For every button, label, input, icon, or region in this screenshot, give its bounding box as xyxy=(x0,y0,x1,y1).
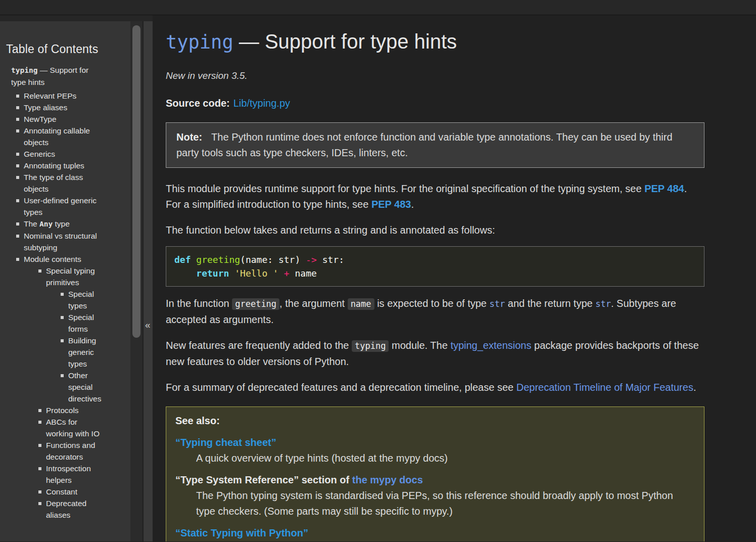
toc-root-link[interactable]: typing — Support for type hints xyxy=(11,66,88,86)
toc-link-generics[interactable]: Generics xyxy=(24,150,55,158)
sidebar-scrollbar-track[interactable] xyxy=(130,21,143,541)
toc-link-other-special-directives[interactable]: Other special directives xyxy=(68,371,101,403)
source-code-link[interactable]: Lib/typing.py xyxy=(233,98,290,109)
str-type-link[interactable]: str xyxy=(490,299,505,309)
toc-link-nominal-vs-structural[interactable]: Nominal vs structural subtyping xyxy=(24,232,97,252)
toc-link-abcs-for-io[interactable]: ABCs for working with IO xyxy=(46,418,100,438)
toc-link-annotating-tuples[interactable]: Annotating tuples xyxy=(24,161,84,170)
toc-item-module-contents: Module contents Special typing primitive… xyxy=(15,253,101,521)
toc-item-protocols: Protocols xyxy=(37,404,103,416)
paragraph-text: and the return type xyxy=(505,298,595,309)
see-also-entry-cheat-sheet: “Typing cheat sheet” xyxy=(175,435,695,450)
mypy-docs-link[interactable]: the mypy docs xyxy=(352,474,423,485)
toc-link-module-contents[interactable]: Module contents xyxy=(24,255,81,263)
toc-link-building-generic-types[interactable]: Building generic types xyxy=(68,336,96,368)
code-example-greeting: def greeting(name: str) -> str: return '… xyxy=(166,246,704,287)
code-token: return xyxy=(196,268,229,279)
see-also-entry-type-system-reference: “Type System Reference” section of the m… xyxy=(175,472,695,488)
collapse-sidebar-button[interactable]: « xyxy=(145,320,151,331)
str-type-link[interactable]: str xyxy=(595,299,611,309)
toc-item-user-defined-generic-types: User-defined generic types xyxy=(15,195,101,218)
toc-link-newtype[interactable]: NewType xyxy=(24,115,57,123)
toc-link-deprecated-aliases[interactable]: Deprecated aliases xyxy=(46,499,86,519)
toc-level3-list: Special types Special forms Building gen… xyxy=(60,288,103,404)
code-token xyxy=(278,268,284,279)
window-top-bar xyxy=(0,0,756,15)
page-title-rest: — Support for type hints xyxy=(233,30,457,53)
toc-item-annotating-tuples: Annotating tuples xyxy=(15,160,101,171)
deprecation-timeline-link[interactable]: Deprecation Timeline of Major Features xyxy=(516,382,693,393)
toc-any-code: Any xyxy=(39,220,53,228)
see-also-label: See also: xyxy=(175,413,695,429)
code-token: -> xyxy=(306,254,317,265)
code-token: greeting xyxy=(196,254,240,265)
static-typing-with-python-link[interactable]: “Static Typing with Python” xyxy=(175,527,308,538)
see-also-entry-text: “Type System Reference” section of xyxy=(175,474,352,485)
toc-link-introspection-helpers[interactable]: Introspection helpers xyxy=(46,464,91,484)
toc-link-user-defined-generic-types[interactable]: User-defined generic types xyxy=(24,196,97,216)
pep-483-link[interactable]: PEP 483 xyxy=(371,199,411,210)
toc-any-suffix: type xyxy=(53,219,70,228)
toc-item-building-generic-types: Building generic types xyxy=(60,335,112,370)
toc-item-special-typing-primitives: Special typing primitives Special types … xyxy=(37,265,103,404)
toc-link-annotating-callable-objects[interactable]: Annotating callable objects xyxy=(24,126,90,147)
code-token: str: xyxy=(317,254,344,265)
note-text: The Python runtime does not enforce func… xyxy=(176,131,673,158)
document-main: typing — Support for type hints New in v… xyxy=(153,15,756,541)
version-added-note: New in version 3.5. xyxy=(166,68,704,83)
toc-link-special-typing-primitives[interactable]: Special typing primitives xyxy=(46,266,95,287)
paragraph-text: In the function xyxy=(166,298,232,309)
toc-link-type-aliases[interactable]: Type aliases xyxy=(24,103,67,112)
toc-item-special-forms: Special forms xyxy=(60,311,112,335)
paragraph-text: is expected to be of type xyxy=(374,298,490,309)
toc-link-protocols[interactable]: Protocols xyxy=(46,406,79,415)
paragraph-text: For a summary of deprecated features and… xyxy=(166,382,516,393)
paragraph-text: This module provides runtime support for… xyxy=(166,183,644,194)
code-token xyxy=(191,254,197,265)
toc-item-abcs-for-io: ABCs for working with IO xyxy=(37,416,103,439)
inline-code-greeting: greeting xyxy=(232,298,279,310)
toc-item-type-of-class-objects: The type of class objects xyxy=(15,171,101,195)
toc-item-annotating-callable-objects: Annotating callable objects xyxy=(15,125,101,148)
inline-code-typing: typing xyxy=(352,340,389,352)
toc-item-newtype: NewType xyxy=(15,113,101,125)
toc-item-type-aliases: Type aliases xyxy=(15,102,101,113)
paragraph-text: . xyxy=(411,199,414,210)
toc-link-the-any-type[interactable]: The Any type xyxy=(24,219,70,228)
toc-link-functions-and-decorators[interactable]: Functions and decorators xyxy=(46,441,95,461)
see-also-label-text: See also: xyxy=(175,415,220,426)
paragraph-text: module. The xyxy=(389,340,450,351)
toc-link-type-of-class-objects[interactable]: The type of class objects xyxy=(24,173,83,193)
content-row: Table of Contents typing — Support for t… xyxy=(0,15,756,541)
toc-item-other-special-directives: Other special directives xyxy=(60,370,112,404)
pep-484-link[interactable]: PEP 484 xyxy=(644,183,684,194)
toc-link-special-types[interactable]: Special types xyxy=(68,290,94,310)
toc-item-introspection-helpers: Introspection helpers xyxy=(37,463,103,486)
paragraph-text: , the argument xyxy=(279,298,348,309)
see-also-desc-cheat-sheet: A quick overview of type hints (hosted a… xyxy=(196,450,695,466)
toc-root-item: typing — Support for type hints xyxy=(11,64,101,88)
typing-cheat-sheet-link[interactable]: “Typing cheat sheet” xyxy=(175,437,276,448)
see-also-desc-type-system-reference: The Python typing system is standardised… xyxy=(196,488,695,519)
toc-item-the-any-type: The Any type xyxy=(15,218,101,230)
page-title: typing — Support for type hints xyxy=(166,29,704,55)
toc-tree: typing — Support for type hints Relevant… xyxy=(6,64,130,521)
see-also-admonition: See also: “Typing cheat sheet” A quick o… xyxy=(166,406,704,541)
greeting-explanation-paragraph: In the function greeting, the argument n… xyxy=(166,296,704,328)
toc-level2-list: Special typing primitives Special types … xyxy=(37,265,101,521)
sidebar-collapse-strip: « xyxy=(143,21,153,541)
paragraph-text: . xyxy=(693,382,696,393)
toc-link-special-forms[interactable]: Special forms xyxy=(68,313,94,333)
code-token: def xyxy=(174,254,191,265)
new-features-paragraph: New features are frequently added to the… xyxy=(166,338,704,370)
toc-link-constant[interactable]: Constant xyxy=(46,487,77,496)
sidebar-scrollbar-thumb[interactable] xyxy=(132,25,140,338)
inline-code-name: name xyxy=(348,298,374,310)
table-of-contents-sidebar: Table of Contents typing — Support for t… xyxy=(0,21,130,541)
function-intro-paragraph: The function below takes and returns a s… xyxy=(166,222,704,238)
code-token: (name: str) xyxy=(240,254,306,265)
typing-extensions-link[interactable]: typing_extensions xyxy=(450,340,531,351)
code-token xyxy=(174,268,196,279)
code-token: name xyxy=(290,268,317,279)
toc-link-relevant-peps[interactable]: Relevant PEPs xyxy=(24,92,76,100)
